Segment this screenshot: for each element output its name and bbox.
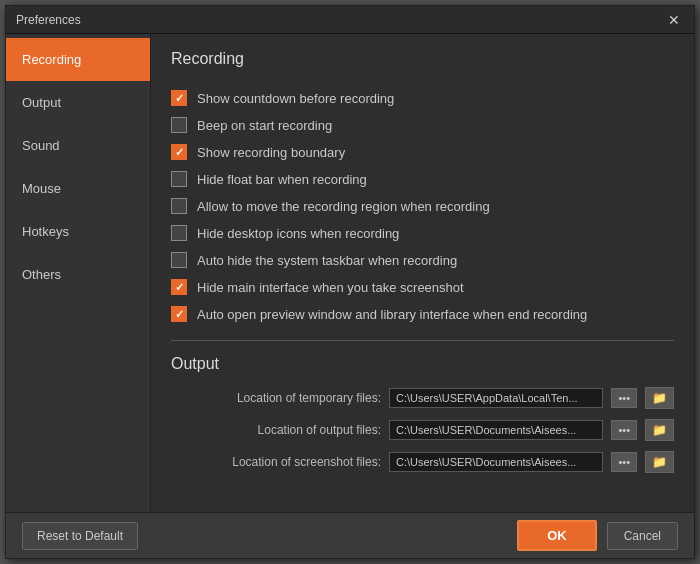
file-label-temp: Location of temporary files: xyxy=(171,391,381,405)
file-folder-btn-screenshot[interactable]: 📁 xyxy=(645,451,674,473)
file-folder-btn-temp[interactable]: 📁 xyxy=(645,387,674,409)
file-label-output: Location of output files: xyxy=(171,423,381,437)
dialog-footer: Reset to Default OK Cancel xyxy=(6,512,694,558)
dialog-title: Preferences xyxy=(16,13,81,27)
checkbox-taskbar[interactable] xyxy=(171,252,187,268)
file-input-output[interactable]: C:\Users\USER\Documents\Aisees... xyxy=(389,420,603,440)
file-rows-container: Location of temporary files:C:\Users\USE… xyxy=(171,387,674,473)
checkbox-label-boundary: Show recording boundary xyxy=(197,145,345,160)
sidebar-item-output[interactable]: Output xyxy=(6,81,150,124)
checkbox-boundary[interactable] xyxy=(171,144,187,160)
checkbox-beep[interactable] xyxy=(171,117,187,133)
file-dots-btn-temp[interactable]: ••• xyxy=(611,388,637,408)
checkbox-label-countdown: Show countdown before recording xyxy=(197,91,394,106)
file-dots-btn-screenshot[interactable]: ••• xyxy=(611,452,637,472)
file-row-temp: Location of temporary files:C:\Users\USE… xyxy=(171,387,674,409)
checkbox-floatbar[interactable] xyxy=(171,171,187,187)
checkbox-moveregion[interactable] xyxy=(171,198,187,214)
dialog-body: RecordingOutputSoundMouseHotkeysOthers R… xyxy=(6,34,694,512)
checkbox-preview[interactable] xyxy=(171,306,187,322)
checkbox-row-moveregion: Allow to move the recording region when … xyxy=(171,198,674,214)
checkbox-row-preview: Auto open preview window and library int… xyxy=(171,306,674,322)
sidebar-item-mouse[interactable]: Mouse xyxy=(6,167,150,210)
checkbox-row-maininterface: Hide main interface when you take screen… xyxy=(171,279,674,295)
checkbox-row-taskbar: Auto hide the system taskbar when record… xyxy=(171,252,674,268)
file-row-screenshot: Location of screenshot files:C:\Users\US… xyxy=(171,451,674,473)
checkbox-label-maininterface: Hide main interface when you take screen… xyxy=(197,280,464,295)
checkboxes-container: Show countdown before recordingBeep on s… xyxy=(171,90,674,322)
checkbox-row-boundary: Show recording boundary xyxy=(171,144,674,160)
reset-button[interactable]: Reset to Default xyxy=(22,522,138,550)
close-button[interactable]: ✕ xyxy=(664,12,684,28)
output-section: Output Location of temporary files:C:\Us… xyxy=(171,340,674,473)
checkbox-label-preview: Auto open preview window and library int… xyxy=(197,307,587,322)
checkbox-row-beep: Beep on start recording xyxy=(171,117,674,133)
ok-button[interactable]: OK xyxy=(517,520,597,551)
checkbox-desktopicons[interactable] xyxy=(171,225,187,241)
checkbox-row-countdown: Show countdown before recording xyxy=(171,90,674,106)
checkbox-label-taskbar: Auto hide the system taskbar when record… xyxy=(197,253,457,268)
checkbox-maininterface[interactable] xyxy=(171,279,187,295)
sidebar: RecordingOutputSoundMouseHotkeysOthers xyxy=(6,34,151,512)
main-content: Recording Show countdown before recordin… xyxy=(151,34,694,512)
checkbox-row-floatbar: Hide float bar when recording xyxy=(171,171,674,187)
recording-section-title: Recording xyxy=(171,50,674,74)
checkbox-label-floatbar: Hide float bar when recording xyxy=(197,172,367,187)
title-bar: Preferences ✕ xyxy=(6,6,694,34)
checkbox-label-moveregion: Allow to move the recording region when … xyxy=(197,199,490,214)
file-input-screenshot[interactable]: C:\Users\USER\Documents\Aisees... xyxy=(389,452,603,472)
sidebar-item-recording[interactable]: Recording xyxy=(6,38,150,81)
sidebar-item-others[interactable]: Others xyxy=(6,253,150,296)
checkbox-label-beep: Beep on start recording xyxy=(197,118,332,133)
checkbox-countdown[interactable] xyxy=(171,90,187,106)
file-input-temp[interactable]: C:\Users\USER\AppData\Local\Ten... xyxy=(389,388,603,408)
sidebar-item-sound[interactable]: Sound xyxy=(6,124,150,167)
sidebar-item-hotkeys[interactable]: Hotkeys xyxy=(6,210,150,253)
checkbox-row-desktopicons: Hide desktop icons when recording xyxy=(171,225,674,241)
file-row-output: Location of output files:C:\Users\USER\D… xyxy=(171,419,674,441)
file-dots-btn-output[interactable]: ••• xyxy=(611,420,637,440)
preferences-dialog: Preferences ✕ RecordingOutputSoundMouseH… xyxy=(5,5,695,559)
output-section-title: Output xyxy=(171,355,674,373)
file-label-screenshot: Location of screenshot files: xyxy=(171,455,381,469)
checkbox-label-desktopicons: Hide desktop icons when recording xyxy=(197,226,399,241)
file-folder-btn-output[interactable]: 📁 xyxy=(645,419,674,441)
cancel-button[interactable]: Cancel xyxy=(607,522,678,550)
